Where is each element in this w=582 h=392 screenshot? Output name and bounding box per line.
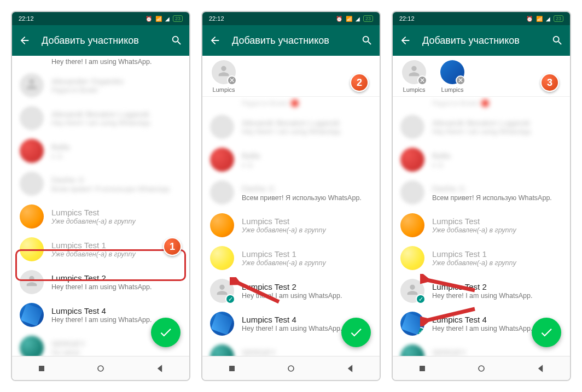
list-item[interactable]: Alexandr Bezaton LuganskHey there! I am … xyxy=(393,110,570,143)
list-item[interactable]: Lumpics TestУже добавлен(-а) в группу xyxy=(202,209,380,242)
avatar xyxy=(20,303,44,327)
status-time: 22:12 xyxy=(209,15,224,22)
check-icon: ✓ xyxy=(225,294,235,304)
phone-screen-2: 22:12 ⏰ 📶 ◢ 23 Добавить участников ✕ Lum… xyxy=(201,11,381,381)
back-icon[interactable] xyxy=(209,34,221,46)
home-button[interactable] xyxy=(286,363,296,374)
contact-name: Lumpics Test 1 xyxy=(432,249,562,259)
svg-rect-9 xyxy=(420,366,425,371)
contact-status: Hey there! I am using WhatsApp. xyxy=(432,292,562,300)
back-icon[interactable] xyxy=(19,34,31,46)
list-item[interactable]: Lumpics Test 1Уже добавлен(-а) в группу xyxy=(393,242,570,274)
wifi-icon: 📶 xyxy=(155,16,162,22)
back-button[interactable] xyxy=(345,363,356,374)
list-item[interactable]: Alexandr Bezaton LuganskHey there! I am … xyxy=(202,110,380,143)
header-title: Добавить участников xyxy=(422,35,540,46)
avatar xyxy=(20,237,44,261)
list-item[interactable]: Alexander OspenkoРадости Всем! xyxy=(12,69,189,102)
phone-screen-3: 22:12 ⏰ 📶 ◢ 23 Добавить участников ✕ Lum… xyxy=(392,11,571,381)
avatar xyxy=(20,270,44,294)
list-item[interactable]: Ballax ⊙ xyxy=(12,134,189,167)
selected-chip[interactable]: ✕ Lumpics xyxy=(399,60,429,93)
search-icon[interactable] xyxy=(551,34,563,46)
chip-avatar: ✕ xyxy=(440,60,464,84)
home-button[interactable] xyxy=(476,363,487,374)
app-header: Добавить участников xyxy=(393,25,570,56)
android-navbar xyxy=(393,356,570,380)
contact-name: Lumpics Test 2 xyxy=(242,282,372,291)
remove-chip-icon[interactable]: ✕ xyxy=(456,75,465,85)
list-item[interactable]: Ballax ⊙ xyxy=(202,143,380,176)
svg-point-1 xyxy=(98,366,103,371)
list-item[interactable]: Lumpics Test 1Уже добавлен(-а) в группу xyxy=(12,233,189,266)
svg-point-5 xyxy=(288,366,294,371)
selected-chip[interactable]: ✕ Lumpics xyxy=(209,60,238,93)
list-item-highlighted[interactable]: Lumpics Test 2Hey there! I am using What… xyxy=(12,266,189,299)
list-item[interactable]: Dasha ⊙Всем привет! Я использую WhatsApp… xyxy=(393,176,570,209)
avatar xyxy=(20,73,44,97)
contact-status: Уже добавлен(-а) в группу xyxy=(51,250,182,258)
person-icon xyxy=(24,77,39,94)
chip-label: Lumpics xyxy=(441,86,464,93)
recent-apps-button[interactable] xyxy=(36,363,47,374)
recent-apps-button[interactable] xyxy=(417,363,428,374)
signal-icon: ◢ xyxy=(165,16,170,22)
battery-icon: 23 xyxy=(363,15,373,22)
remove-chip-icon[interactable]: ✕ xyxy=(417,75,427,85)
avatar xyxy=(20,172,44,196)
battery-icon: 23 xyxy=(173,15,183,22)
avatar xyxy=(20,139,44,163)
list-item[interactable]: Lumpics TestУже добавлен(-а) в группу xyxy=(12,200,189,233)
remove-chip-icon[interactable]: ✕ xyxy=(227,75,237,85)
svg-rect-0 xyxy=(39,366,44,371)
list-item[interactable]: Lumpics TestУже добавлен(-а) в группу xyxy=(393,209,570,242)
header-title: Добавить участников xyxy=(42,35,160,46)
list-item[interactable]: Dasha ⊙Всем привет! Я использую WhatsApp… xyxy=(202,176,380,209)
list-item[interactable]: Alexandr Bezaton LuganskHey there! I am … xyxy=(12,102,189,134)
contact-status: Всем привет! Я использую WhatsApp. xyxy=(242,194,372,202)
contact-name: Lumpics Test xyxy=(432,217,562,226)
back-button[interactable] xyxy=(535,363,546,374)
avatar: ✓ xyxy=(210,279,234,303)
back-button[interactable] xyxy=(154,363,165,374)
contact-status: Уже добавлен(-а) в группу xyxy=(432,259,562,267)
avatar xyxy=(20,204,44,229)
confirm-fab[interactable] xyxy=(151,318,181,347)
chip-label: Lumpics xyxy=(213,86,235,93)
confirm-fab[interactable] xyxy=(341,318,371,347)
status-time: 22:12 xyxy=(399,15,415,22)
back-icon[interactable] xyxy=(399,34,411,46)
chip-avatar: ✕ xyxy=(402,60,426,84)
home-button[interactable] xyxy=(95,363,106,374)
person-icon xyxy=(24,273,39,291)
avatar xyxy=(400,213,424,237)
alarm-icon: ⏰ xyxy=(336,16,342,22)
recent-apps-button[interactable] xyxy=(226,363,237,374)
status-time: 22:12 xyxy=(19,15,34,22)
partial-row: Радости Всем! 🔴 xyxy=(393,97,570,110)
list-item-selected[interactable]: ✓ Lumpics Test 2Hey there! I am using Wh… xyxy=(393,274,570,307)
avatar xyxy=(400,246,424,270)
status-bar: 22:12 ⏰ 📶 ◢ 23 xyxy=(12,12,189,25)
app-header: Добавить участников xyxy=(202,25,380,56)
battery-icon: 23 xyxy=(554,15,563,22)
search-icon[interactable] xyxy=(171,34,183,46)
search-icon[interactable] xyxy=(361,34,373,46)
status-bar: 22:12 ⏰ 📶 ◢ 23 xyxy=(202,12,380,25)
list-item[interactable]: Dasha ⊙Всем привет! Я использую WhatsApp… xyxy=(12,167,189,200)
avatar xyxy=(20,336,44,356)
wifi-icon: 📶 xyxy=(536,16,543,22)
avatar xyxy=(400,115,424,139)
contact-name: Lumpics Test xyxy=(242,217,372,226)
list-item-selected[interactable]: ✓ Lumpics Test 2Hey there! I am using Wh… xyxy=(202,274,380,307)
list-item[interactable]: Lumpics Test 1Уже добавлен(-а) в группу xyxy=(202,242,380,274)
android-navbar xyxy=(12,356,189,380)
contact-status: Всем привет! Я использую WhatsApp. xyxy=(432,194,562,202)
partial-row: Радости Всем! 🔴 xyxy=(202,97,380,110)
avatar xyxy=(210,148,234,172)
selected-chip[interactable]: ✕ Lumpics xyxy=(438,60,467,93)
confirm-fab[interactable] xyxy=(532,318,561,347)
chip-avatar: ✕ xyxy=(212,60,236,84)
avatar xyxy=(400,344,424,356)
list-item[interactable]: Ballax ⊙ xyxy=(393,143,570,176)
